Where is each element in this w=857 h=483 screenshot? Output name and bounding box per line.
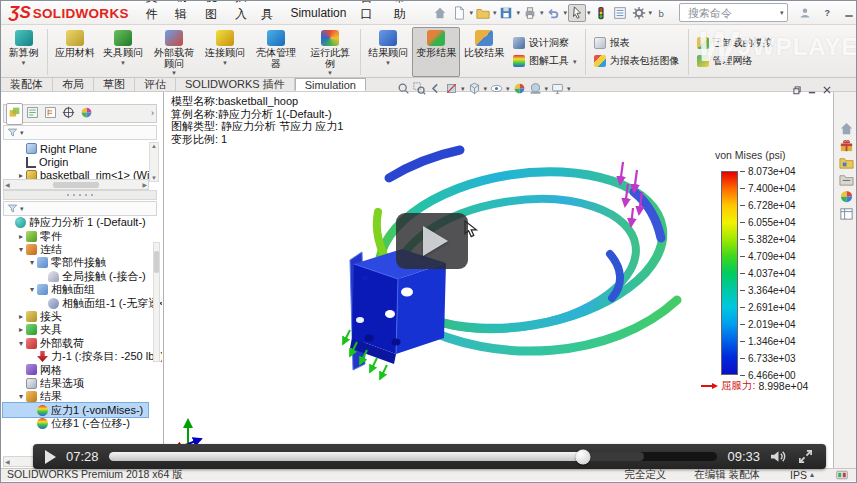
save-button[interactable] <box>497 4 515 22</box>
view-settings-monitor-icon[interactable] <box>551 82 564 95</box>
feature-tree-horizontal-scrollbar[interactable]: ◀▶ <box>3 179 149 190</box>
tree-item[interactable]: ▾结果 <box>3 390 162 403</box>
panel-tab-dimxpert[interactable] <box>60 103 77 125</box>
tree-item[interactable]: 结果选项 <box>3 377 162 390</box>
ribbon-shell-manager-button[interactable]: 壳体管理器 <box>249 27 303 77</box>
select-cursor-button[interactable] <box>568 4 586 22</box>
ribbon-run-this-study-button[interactable]: 运行此算例▼ <box>303 27 357 77</box>
dropdown-caret-icon[interactable]: ▾ <box>567 85 571 92</box>
tree-item[interactable]: 网格 <box>3 363 162 376</box>
taskpane-custom-properties-button[interactable] <box>836 205 856 222</box>
orientation-cube-icon[interactable] <box>468 82 481 95</box>
tree-item[interactable]: 位移1 (-合位移-) <box>3 417 162 430</box>
doc-restore-icon[interactable] <box>792 85 802 95</box>
scroll-thumb[interactable] <box>53 182 99 188</box>
taskpane-design-library-button[interactable] <box>836 154 856 171</box>
doc-minimize-icon[interactable] <box>807 85 817 95</box>
taskpane-resources-gift-button[interactable] <box>836 137 856 154</box>
scroll-right-icon[interactable]: ▶ <box>142 181 147 188</box>
scroll-up-icon[interactable]: ▲ <box>151 143 157 149</box>
dropdown-caret-icon[interactable]: ▾ <box>540 9 544 16</box>
panel-tab-displaymanager[interactable] <box>78 103 95 125</box>
panel-tab-featuremanager[interactable] <box>6 103 23 125</box>
taskpane-appearance-ball-button[interactable] <box>836 188 856 205</box>
fullscreen-icon[interactable] <box>797 449 814 464</box>
tree-item[interactable]: Origin <box>3 155 149 168</box>
expand-arrow-icon[interactable]: ▸ <box>16 325 26 334</box>
undo-button[interactable] <box>544 4 562 22</box>
tree-item[interactable]: ▾相触面组 <box>3 283 162 296</box>
minimize-button[interactable] <box>840 5 857 21</box>
dropdown-caret-icon[interactable]: ▾ <box>484 85 488 92</box>
scroll-left-icon[interactable]: ◀ <box>5 181 10 188</box>
funnel-icon[interactable] <box>7 203 18 214</box>
taskpane-home-button[interactable] <box>836 120 856 137</box>
zoom-fit-icon[interactable] <box>397 82 410 95</box>
units-dropdown[interactable]: IPS ▴ <box>790 469 814 481</box>
rebuild-traffic-button[interactable] <box>592 4 610 22</box>
tab-simulation[interactable]: Simulation <box>295 78 366 91</box>
feature-tree-vertical-scrollbar[interactable]: ▲▼ <box>149 142 159 182</box>
expand-arrow-icon[interactable]: ▾ <box>27 258 37 267</box>
tree-item[interactable]: 全局接触 (-接合-) <box>3 270 162 283</box>
ribbon-plot-tools-button[interactable]: 图解工具▾ <box>513 54 577 68</box>
ribbon-offloaded-simulation-button[interactable]: 已卸载的模拟 <box>697 36 773 50</box>
expand-arrow-icon[interactable]: ▾ <box>16 245 26 254</box>
dropdown-caret-icon[interactable]: ▾ <box>587 9 591 16</box>
panel-tab-configurationmanager[interactable] <box>42 103 59 125</box>
tree-item[interactable]: ▸接头 <box>3 310 162 323</box>
zoom-area-icon[interactable] <box>413 82 426 95</box>
tree-item[interactable]: ▸零件 <box>3 229 162 242</box>
hide-show-eye-icon[interactable] <box>490 82 503 95</box>
ribbon-design-insight-button[interactable]: 设计洞察 <box>513 36 577 50</box>
tree-item[interactable]: ▾零部件接触 <box>3 256 162 269</box>
dropdown-caret-icon[interactable]: ▾ <box>506 85 510 92</box>
expand-arrow-icon[interactable]: ▸ <box>16 232 26 241</box>
ribbon-new-study-button[interactable]: 新算例▼ <box>3 27 44 77</box>
doc-close-icon[interactable] <box>822 85 832 95</box>
tree-item[interactable]: 静应力分析 1 (-Default-) <box>3 216 162 229</box>
ribbon-results-advisor-button[interactable]: 结果顾问▼ <box>364 27 412 77</box>
tree-item[interactable]: ▸夹具 <box>3 323 162 336</box>
scroll-left-icon[interactable]: ◀ <box>5 458 10 465</box>
taskpane-file-explorer-button[interactable] <box>836 171 856 188</box>
tree-item[interactable]: ▾连结 <box>3 243 162 256</box>
tab-solidworks-插件[interactable]: SOLIDWORKS 插件 <box>176 78 295 91</box>
ribbon-report-button[interactable]: 报表 <box>594 36 680 50</box>
macro-button[interactable]: b <box>653 4 671 22</box>
ribbon-include-image-for-report-button[interactable]: 为报表包括图像 <box>594 54 680 68</box>
volume-icon[interactable] <box>770 449 787 464</box>
open-button[interactable] <box>474 4 492 22</box>
panel-tab-propertymanager[interactable] <box>24 103 41 125</box>
dropdown-caret-icon[interactable]: ▾ <box>20 205 24 212</box>
options-gear-button[interactable] <box>630 4 648 22</box>
tree-item[interactable]: 力-1 (:按条目: -250 lbf:) <box>3 350 162 363</box>
tree-item[interactable]: Right Plane <box>3 142 149 155</box>
search-input[interactable] <box>686 6 774 20</box>
help-question-button[interactable]: ? <box>818 5 837 21</box>
print-button[interactable] <box>521 4 539 22</box>
tab-装配体[interactable]: 装配体 <box>1 78 53 91</box>
chevron-right-icon[interactable]: › <box>151 109 154 118</box>
funnel-icon[interactable] <box>7 127 18 138</box>
ribbon-fixtures-advisor-button[interactable]: 夹具顾问▼ <box>99 27 147 77</box>
ribbon-connections-advisor-button[interactable]: 连接顾问▼ <box>201 27 249 77</box>
video-play-overlay-button[interactable] <box>396 213 468 269</box>
search-caret-icon[interactable]: ▾ <box>780 9 784 16</box>
menu-item-5[interactable]: Simulation <box>283 4 353 22</box>
home-button[interactable] <box>431 4 449 22</box>
tree-item[interactable]: 应力1 (-vonMises-) <box>3 403 148 416</box>
expand-arrow-icon[interactable]: ▾ <box>16 392 26 401</box>
new-document-button[interactable] <box>450 4 468 22</box>
ribbon-compare-results-button[interactable]: 比较结果 <box>460 27 508 77</box>
display-pane-button[interactable] <box>611 4 629 22</box>
dropdown-caret-icon[interactable]: ▾ <box>545 85 549 92</box>
dropdown-caret-icon[interactable]: ▾ <box>493 9 497 16</box>
appearance-ball-icon[interactable] <box>513 82 526 95</box>
ribbon-external-loads-advisor-button[interactable]: 外部载荷顾问▼ <box>147 27 201 77</box>
dropdown-caret-icon[interactable]: ▾ <box>563 9 567 16</box>
section-view-icon[interactable] <box>445 82 458 95</box>
simulation-tree-vertical-scrollbar[interactable] <box>153 242 160 362</box>
feature-tree-filter[interactable]: ▾ <box>3 125 157 140</box>
tab-评估[interactable]: 评估 <box>135 78 176 91</box>
